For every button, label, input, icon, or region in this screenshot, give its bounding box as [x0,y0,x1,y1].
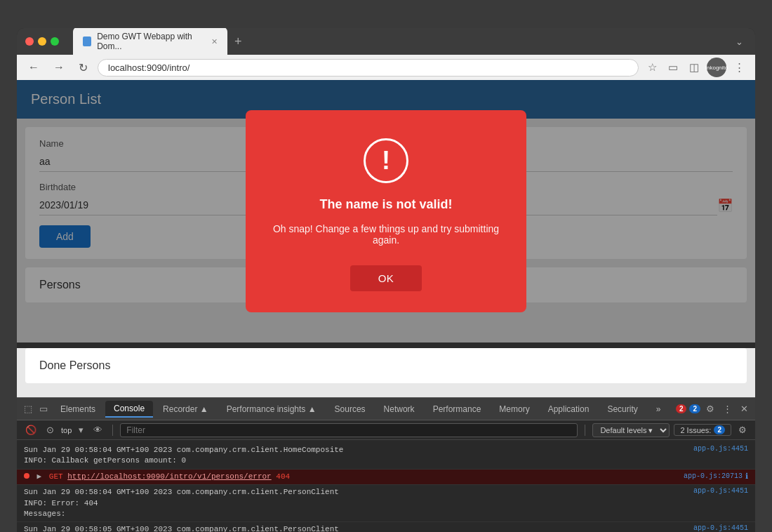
modal-message: Oh snap! Change a few things up and try … [267,223,505,246]
new-tab-button[interactable]: + [230,33,246,51]
done-persons-section: Done Persons [25,348,747,383]
log-level-dropdown[interactable]: Default levels ▾ [592,423,670,437]
tab-memory[interactable]: Memory [491,401,538,417]
tab-favicon [83,36,91,46]
modal-ok-button[interactable]: OK [350,265,422,291]
console-line-source[interactable]: app-0.js:4451 [693,445,748,453]
hide-network-icon[interactable]: 👁 [91,423,105,437]
active-tab[interactable]: Demo GWT Webapp with Dom... ✕ [73,28,227,55]
menu-button[interactable]: ⋮ [731,59,748,76]
tab-overflow-button[interactable]: ⌄ [732,34,747,49]
modal-overlay: ! The name is not valid! Oh snap! Change… [17,80,755,343]
devtools-inspect-icon[interactable]: ⬚ [21,402,35,415]
devtools-tab-actions: 2 2 ⚙ ⋮ ✕ [676,402,751,415]
back-button[interactable]: ← [24,58,44,77]
error-info-icon[interactable]: ℹ [745,472,748,481]
console-line-source-2[interactable]: app-0.js:4451 [693,487,748,495]
filter-input[interactable] [120,423,578,437]
devtools-toolbar: 🚫 ⊙ top ▾ 👁 Default levels ▾ 2 Issues: 2… [17,420,755,440]
devtools-more-icon[interactable]: ⋮ [720,402,735,415]
console-line-text-3: Sun Jan 29 00:58:05 GMT+100 2023 com.com… [24,524,685,532]
forward-button[interactable]: → [49,58,69,77]
nav-bar: ← → ↻ localhost:9090/intro/ ☆ ▭ ◫ Inkogn… [17,55,755,80]
tab-close-icon[interactable]: ✕ [211,37,218,46]
tab-security[interactable]: Security [599,401,646,417]
extension-button[interactable]: ◫ [686,59,703,76]
error-link[interactable]: http://localhost:9090/intro/v1/persons/e… [67,472,271,481]
minimize-button[interactable] [38,37,46,46]
toolbar-separator-2 [585,425,585,436]
tab-elements[interactable]: Elements [52,401,104,417]
tab-sources[interactable]: Sources [326,401,374,417]
console-line-text-2: Sun Jan 29 00:58:04 GMT+100 2023 com.com… [24,487,685,519]
issues-count-badge: 2 [714,425,725,434]
context-dropdown-icon[interactable]: ▾ [76,423,86,437]
devtools-device-icon[interactable]: ▭ [36,402,51,415]
tab-performance-insights[interactable]: Performance insights ▲ [218,401,325,417]
error-dot-icon [24,473,29,479]
console-error-source[interactable]: app-0.js:20713 ℹ [684,472,748,481]
issues-badge: 2 Issues: 2 [674,424,731,436]
title-bar: Demo GWT Webapp with Dom... ✕ + ⌄ [17,28,755,55]
devtools-tab-bar: ⬚ ▭ Elements Console Recorder ▲ Performa… [17,398,755,420]
arrow-icon: ▶ [37,472,42,481]
issues-settings-icon[interactable]: ⚙ [736,423,750,437]
toolbar-separator [112,425,113,436]
modal-icon-circle: ! [364,138,408,183]
close-button[interactable] [25,37,34,46]
page-area: Person List Name Birthdate 📅 Add Persons [17,80,755,343]
reload-button[interactable]: ↻ [74,58,92,77]
address-bar[interactable]: localhost:9090/intro/ [98,59,639,77]
error-count-badge: 2 [676,404,687,413]
tab-overflow[interactable]: » [648,401,670,417]
warning-count-badge: 2 [689,404,700,413]
cast-button[interactable]: ▭ [665,59,681,76]
console-line-text: Sun Jan 29 00:58:04 GMT+100 2023 com.com… [24,445,685,467]
tab-application[interactable]: Application [540,401,598,417]
tab-recorder[interactable]: Recorder ▲ [154,401,217,417]
tab-performance[interactable]: Performance [425,401,490,417]
devtools-panel: ⬚ ▭ Elements Console Recorder ▲ Performa… [17,397,755,532]
console-line-3: Sun Jan 29 00:58:05 GMT+100 2023 com.com… [17,522,755,532]
devtools-settings-icon[interactable]: ⚙ [703,402,717,415]
error-modal: ! The name is not valid! Oh snap! Change… [246,110,526,312]
nav-actions: ☆ ▭ ◫ Inkognito ⋮ [644,58,748,77]
console-line-2: Sun Jan 29 00:58:04 GMT+100 2023 com.com… [17,485,755,522]
url-text: localhost:9090/intro/ [108,62,189,73]
context-label: top [61,426,72,434]
tab-bar: Demo GWT Webapp with Dom... ✕ + [73,28,726,55]
browser-window: Demo GWT Webapp with Dom... ✕ + ⌄ ← → ↻ … [17,28,755,532]
tab-title: Demo GWT Webapp with Dom... [97,32,203,51]
console-error-text: ▶ GET http://localhost:9090/intro/v1/per… [24,472,675,482]
profile-label: Inkognito [705,65,728,71]
console-line-error: ▶ GET http://localhost:9090/intro/v1/per… [17,470,755,485]
done-persons-area: Done Persons [17,348,755,397]
preserve-log-icon[interactable]: ⊙ [44,423,57,437]
devtools-close-icon[interactable]: ✕ [738,402,751,415]
bookmark-button[interactable]: ☆ [644,59,660,76]
maximize-button[interactable] [51,37,59,46]
console-line-source-3[interactable]: app-0.js:4451 [693,524,748,532]
tab-network[interactable]: Network [375,401,423,417]
tab-console[interactable]: Console [105,401,153,418]
exclamation-icon: ! [382,148,390,173]
profile-button[interactable]: Inkognito [707,58,726,77]
traffic-lights [25,37,59,46]
console-line: Sun Jan 29 00:58:04 GMT+100 2023 com.com… [17,443,755,470]
clear-console-icon[interactable]: 🚫 [22,423,39,437]
console-output: Sun Jan 29 00:58:04 GMT+100 2023 com.com… [17,440,755,532]
modal-title: The name is not valid! [319,197,452,212]
done-persons-title: Done Persons [39,359,733,372]
